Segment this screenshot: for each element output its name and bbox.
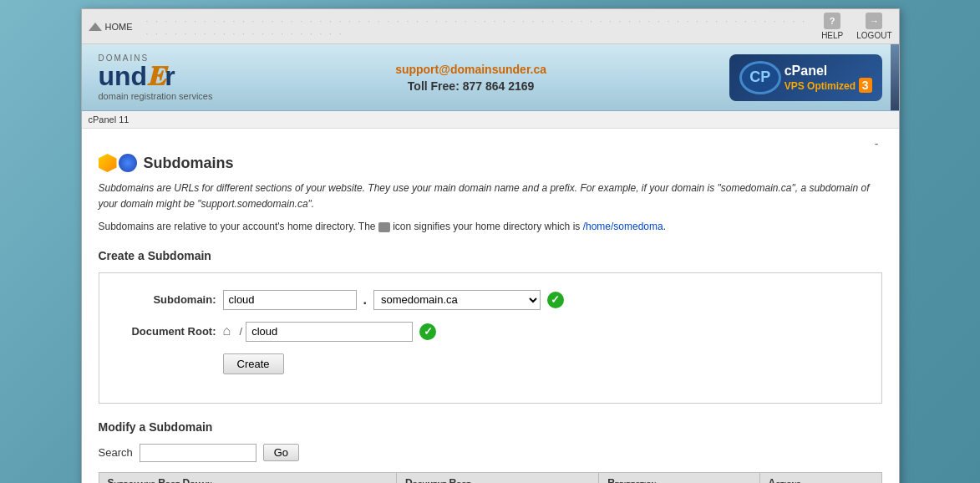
nav-spacer: · · · · · · · · · · · · · · · · · · · · … — [146, 14, 809, 39]
create-form-box: Subdomain: . somedomain.ca ✓ Document Ro… — [99, 272, 882, 404]
description-para1: Subdomains are URLs for different sectio… — [99, 180, 882, 212]
table-header-row: Subdomains.Root Domain Document Root Red… — [99, 472, 881, 483]
header-banner: DOMAINS und𝐄r domain registration servic… — [82, 44, 899, 111]
top-nav: HOME · · · · · · · · · · · · · · · · · ·… — [82, 9, 899, 44]
page-title: Subdomains — [144, 155, 234, 172]
logout-icon: → — [866, 13, 882, 29]
section-icon-group — [99, 154, 137, 172]
logo-main: und𝐄r — [99, 63, 213, 89]
help-nav-label: HELP — [821, 31, 843, 40]
cpanel-version-label: cPanel 11 — [89, 114, 129, 125]
support-email: support@domainsunder.ca — [212, 63, 729, 76]
shield-icon — [99, 154, 117, 172]
col-header-subdomain: Subdomains.Root Domain — [99, 472, 396, 483]
docroot-form-row: Document Root: / ✓ — [124, 322, 856, 342]
search-label: Search — [99, 446, 133, 459]
create-button[interactable]: Create — [223, 353, 284, 374]
help-icon: ? — [824, 13, 840, 29]
modify-section-title: Modify a Subdomain — [99, 420, 882, 434]
section-header: Subdomains — [99, 154, 882, 172]
search-row: Search Go — [99, 444, 882, 462]
cpanel-text: cPanel — [785, 64, 872, 79]
cpanel-label-group: cPanel VPS Optimized 3 — [785, 64, 872, 92]
cpanel-vps-label: VPS Optimized — [785, 80, 856, 92]
sub-nav-bar: cPanel 11 — [82, 111, 899, 129]
cpanel-logo-circle: CP — [739, 61, 781, 94]
description-para2: Subdomains are relative to your account'… — [99, 219, 882, 235]
main-content: - Subdomains Subdomains are URLs for dif… — [82, 129, 899, 483]
home-icon-small — [223, 326, 236, 338]
minimize-button[interactable]: - — [871, 137, 882, 150]
col-header-redirection: Redirection — [599, 472, 759, 483]
logout-nav-label: LOGOUT — [856, 31, 891, 40]
minimize-bar: - — [99, 137, 882, 150]
docroot-label: Document Root: — [124, 325, 216, 338]
home-dir-icon — [378, 222, 390, 232]
home-nav-label: HOME — [105, 22, 133, 32]
subdomains-table: Subdomains.Root Domain Document Root Red… — [99, 472, 882, 483]
subdomain-dot: . — [363, 292, 367, 308]
home-arrow-icon — [89, 23, 102, 31]
logo-tilde: 𝐄 — [147, 61, 165, 91]
table-header: Subdomains.Root Domain Document Root Red… — [99, 472, 881, 483]
subdomain-check-icon: ✓ — [547, 292, 564, 308]
toll-free-phone: Toll Free: 877 864 2169 — [212, 79, 729, 93]
go-button[interactable]: Go — [263, 444, 299, 461]
subdomain-label: Subdomain: — [124, 293, 216, 306]
docroot-input[interactable] — [246, 322, 413, 342]
col-header-docroot: Document Root — [396, 472, 598, 483]
modify-subdomain-section: Modify a Subdomain Search Go Subdomains.… — [99, 420, 882, 483]
logo-area: DOMAINS und𝐄r domain registration servic… — [99, 53, 213, 101]
help-nav-item[interactable]: ? HELP — [821, 13, 843, 40]
create-button-row: Create — [124, 353, 856, 374]
search-input[interactable] — [140, 444, 256, 462]
docroot-input-wrap: / — [223, 322, 414, 342]
logout-nav-item[interactable]: → LOGOUT — [856, 13, 891, 40]
phone-number: 877 864 2169 — [463, 79, 535, 93]
cpanel-badge: CP cPanel VPS Optimized 3 — [729, 54, 882, 101]
home-dir-link[interactable]: /home/somedoma — [583, 221, 663, 232]
docroot-check-icon: ✓ — [419, 323, 436, 340]
domain-select[interactable]: somedomain.ca — [373, 290, 541, 310]
cpanel-num: 3 — [859, 78, 872, 93]
subdomain-input[interactable] — [223, 290, 357, 310]
header-contact: support@domainsunder.ca Toll Free: 877 8… — [212, 63, 729, 93]
globe-icon — [119, 154, 137, 172]
cpanel-side-bar — [891, 44, 899, 110]
toll-free-label: Toll Free: — [408, 79, 460, 93]
cpanel-vps-line: VPS Optimized 3 — [785, 79, 872, 92]
create-section-title: Create a Subdomain — [99, 249, 882, 262]
logo-tagline: domain registration services — [99, 91, 213, 101]
create-subdomain-section: Create a Subdomain Subdomain: . somedoma… — [99, 249, 882, 404]
subdomain-form-row: Subdomain: . somedomain.ca ✓ — [124, 290, 856, 310]
home-nav-item[interactable]: HOME — [89, 22, 133, 32]
slash-separator: / — [240, 325, 243, 338]
col-header-actions: Actions — [759, 472, 881, 483]
